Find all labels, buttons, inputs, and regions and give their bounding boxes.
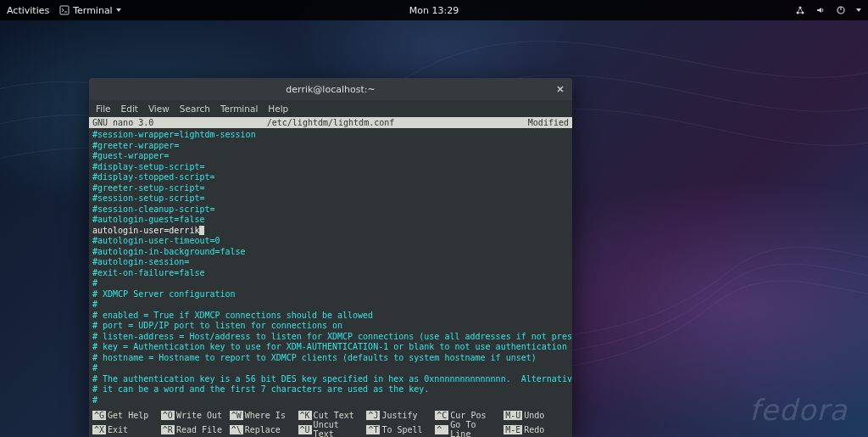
shortcut-label: To Spell [381, 425, 422, 434]
editor-line: # [92, 395, 569, 406]
gnome-top-bar: Activities Terminal Mon 13:29 [0, 0, 868, 20]
editor-line: # port = UDP/IP port to listen for conne… [92, 321, 569, 332]
shortcut-label: Read File [176, 425, 222, 434]
shortcut-key: ^\ [230, 425, 243, 434]
app-menu[interactable]: Terminal [59, 5, 121, 16]
editor-line: # [92, 300, 569, 311]
terminal-menubar: File Edit View Search Terminal Help [89, 100, 572, 117]
shortcut-key: ^C [435, 411, 448, 420]
power-icon [836, 5, 846, 15]
terminal-window: derrik@localhost:~ File Edit View Search… [89, 78, 572, 437]
editor-line: #autologin-guest=false [92, 215, 569, 226]
shortcut-label: Go To Line [450, 420, 500, 437]
activities-button[interactable]: Activities [7, 5, 49, 16]
menu-terminal[interactable]: Terminal [220, 104, 258, 114]
network-icon [795, 5, 805, 15]
editor-line: # [92, 363, 569, 374]
shortcut-label: Write Out [176, 411, 222, 420]
menu-edit[interactable]: Edit [121, 104, 138, 114]
editor-line: # it can be a word and the first 7 chara… [92, 384, 569, 395]
chevron-down-icon [856, 8, 861, 12]
editor-line: # [92, 278, 569, 289]
editor-line: #exit-on-failure=false [92, 268, 569, 279]
editor-line: #session-wrapper=lightdm-session [92, 130, 569, 141]
nano-shortcut: ^X Exit [92, 420, 158, 437]
system-tray[interactable] [795, 5, 861, 15]
shortcut-label: Cut Text [314, 411, 354, 420]
svg-rect-0 [60, 6, 69, 14]
editor-line: #autologin-session= [92, 257, 569, 268]
menu-file[interactable]: File [96, 104, 111, 114]
shortcut-key: ^J [366, 411, 380, 420]
editor-line: #display-setup-script= [92, 162, 569, 173]
editor-line: #autologin-user-timeout=0 [92, 236, 569, 247]
nano-shortcut: ^_ Go To Line [435, 420, 500, 437]
app-menu-label: Terminal [73, 5, 113, 16]
editor-line: #greeter-setup-script= [92, 183, 569, 194]
editor-line: # hostname = Hostname to report to XDMCP… [92, 353, 569, 364]
menu-search[interactable]: Search [180, 104, 210, 114]
nano-shortcut: ^W Where Is [230, 411, 295, 420]
nano-shortcut: ^U Uncut Text [298, 420, 364, 437]
shortcut-label: Justify [381, 411, 417, 420]
editor-line: #session-setup-script= [92, 193, 569, 204]
editor-line: autologin-user=derrik [92, 226, 569, 237]
fedora-watermark: fedora [749, 393, 848, 427]
nano-shortcut: ^R Read File [161, 420, 226, 437]
shortcut-key: M-U [504, 411, 522, 420]
editor-line: #greeter-wrapper= [92, 141, 569, 152]
shortcut-key: ^X [92, 425, 106, 434]
nano-status: Modified [528, 118, 569, 127]
nano-shortcut: ^K Cut Text [298, 411, 364, 420]
nano-shortcut: ^J Justify [366, 411, 431, 420]
shortcut-key: ^W [230, 411, 243, 420]
nano-header: GNU nano 3.0 /etc/lightdm/lightdm.conf M… [89, 117, 572, 128]
volume-icon [815, 5, 826, 15]
editor-content[interactable]: #session-wrapper=lightdm-session#greeter… [89, 128, 572, 409]
nano-filepath: /etc/lightdm/lightdm.conf [267, 118, 395, 127]
chevron-down-icon [116, 8, 121, 12]
clock[interactable]: Mon 13:29 [409, 5, 459, 16]
shortcut-key: M-E [504, 425, 522, 434]
nano-version: GNU nano 3.0 [92, 118, 153, 127]
nano-shortcut: M-U Undo [504, 411, 569, 420]
editor-line: # XDMCP Server configuration [92, 289, 569, 300]
nano-shortcut-bar: ^G Get Help^O Write Out^W Where Is^K Cut… [89, 409, 572, 437]
shortcut-key: ^K [298, 411, 312, 420]
shortcut-label: Get Help [108, 411, 148, 420]
shortcut-label: Where Is [245, 411, 286, 420]
editor-line: # The authentication key is a 56 bit DES… [92, 374, 569, 385]
editor-line: #session-cleanup-script= [92, 204, 569, 216]
editor-line: # listen-address = Host/address to liste… [92, 332, 569, 343]
editor-line: # key = Authentication key to use for XD… [92, 342, 569, 353]
shortcut-key: ^O [161, 411, 175, 420]
shortcut-label: Redo [524, 425, 544, 434]
editor-line: #guest-wrapper= [92, 151, 569, 162]
shortcut-label: Undo [524, 411, 544, 420]
window-titlebar[interactable]: derrik@localhost:~ [89, 78, 572, 100]
shortcut-label: Uncut Text [314, 420, 364, 437]
shortcut-key: ^G [92, 411, 106, 420]
shortcut-label: Cur Pos [450, 411, 486, 420]
shortcut-key: ^_ [435, 425, 448, 434]
text-cursor [199, 226, 204, 235]
close-icon [556, 85, 565, 93]
close-button[interactable] [554, 82, 567, 96]
menu-view[interactable]: View [148, 104, 170, 114]
terminal-app-icon [59, 5, 70, 15]
nano-shortcut: ^G Get Help [92, 411, 158, 420]
editor-line: #display-stopped-script= [92, 172, 569, 183]
editor-line: # enabled = True if XDMCP connections sh… [92, 311, 569, 322]
nano-shortcut: ^O Write Out [161, 411, 226, 420]
shortcut-key: ^R [161, 425, 175, 434]
nano-shortcut: M-E Redo [504, 420, 569, 437]
editor-line: #autologin-in-background=false [92, 247, 569, 258]
menu-help[interactable]: Help [268, 104, 288, 114]
shortcut-key: ^U [298, 425, 312, 434]
window-title: derrik@localhost:~ [286, 84, 375, 95]
shortcut-key: ^T [366, 425, 380, 434]
nano-shortcut: ^C Cur Pos [435, 411, 500, 420]
shortcut-label: Replace [245, 425, 281, 434]
nano-shortcut: ^\ Replace [230, 420, 295, 437]
shortcut-label: Exit [108, 425, 128, 434]
